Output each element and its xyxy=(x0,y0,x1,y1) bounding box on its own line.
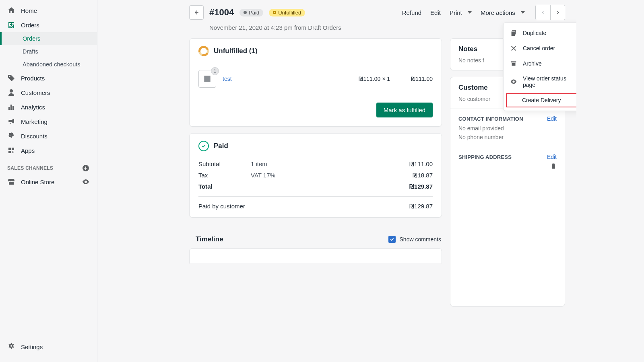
menu-create-delivery[interactable]: Create Delivery xyxy=(506,93,576,107)
menu-duplicate[interactable]: Duplicate xyxy=(504,25,576,41)
caret-down-icon xyxy=(468,11,472,14)
prev-order-button[interactable] xyxy=(536,5,550,20)
fulfillment-card: Unfulfilled (1) 1 test ₪111.00 × 1 ₪111.… xyxy=(189,38,442,127)
caret-down-icon xyxy=(521,11,525,14)
header-actions: Refund Edit Print More actions xyxy=(402,5,565,20)
subnav-orders[interactable]: Orders xyxy=(0,32,97,45)
add-channel-icon[interactable] xyxy=(82,164,90,172)
line-total: ₪111.00 xyxy=(396,76,433,82)
timeline-title: Timeline xyxy=(196,235,223,243)
apps-icon xyxy=(7,146,15,154)
paid-badge: Paid xyxy=(239,9,263,16)
paid-by-row: Paid by customer ₪129.87 xyxy=(190,201,442,217)
more-actions[interactable]: More actions xyxy=(481,9,525,16)
bars-icon xyxy=(7,103,15,111)
refund-action[interactable]: Refund xyxy=(402,9,421,16)
arrow-left-icon xyxy=(193,9,200,16)
back-button[interactable] xyxy=(189,5,204,20)
fulfillment-title: Unfulfilled (1) xyxy=(214,47,258,55)
close-icon xyxy=(510,45,517,52)
edit-action[interactable]: Edit xyxy=(430,9,441,16)
menu-status-page[interactable]: View order status page xyxy=(504,71,576,92)
nav-customers[interactable]: Customers xyxy=(0,85,97,100)
next-order-button[interactable] xyxy=(550,5,565,20)
paid-status-icon xyxy=(198,141,209,151)
line-unit: ₪111.00 × 1 xyxy=(359,76,390,82)
checkbox-icon xyxy=(388,236,396,243)
nav-orders[interactable]: Orders xyxy=(0,18,97,32)
subnav-abandoned[interactable]: Abandoned checkouts xyxy=(0,58,97,71)
discount-icon xyxy=(7,132,15,140)
edit-contact-link[interactable]: Edit xyxy=(547,115,557,122)
shipping-label: SHIPPING ADDRESS xyxy=(458,154,512,160)
person-icon xyxy=(7,88,15,97)
timeline-section: Timeline Show comments xyxy=(189,234,442,263)
unfulfilled-status-icon xyxy=(198,46,209,56)
subtotal-row: Subtotal 1 item ₪111.00 xyxy=(190,158,442,170)
store-icon xyxy=(7,178,15,186)
view-store-icon[interactable] xyxy=(82,178,90,186)
subnav-drafts[interactable]: Drafts xyxy=(0,45,97,58)
unfulfilled-badge: Unfulfilled xyxy=(269,9,305,16)
product-thumbnail[interactable]: 1 xyxy=(198,70,216,88)
menu-cancel-order[interactable]: Cancel order xyxy=(504,41,576,56)
order-pager xyxy=(535,5,565,20)
gear-icon xyxy=(7,343,15,351)
tag-icon xyxy=(7,74,15,82)
nav-label: Orders xyxy=(21,22,39,29)
total-row: Total ₪129.87 xyxy=(190,181,442,192)
clipboard-icon[interactable] xyxy=(458,162,557,171)
nav-home[interactable]: Home xyxy=(0,3,97,18)
edit-shipping-link[interactable]: Edit xyxy=(547,154,557,160)
order-title: #1004 xyxy=(209,7,234,18)
home-icon xyxy=(7,6,15,14)
contact-info-label: CONTACT INFORMATION xyxy=(458,116,523,122)
image-icon xyxy=(203,74,212,83)
order-header: #1004 Paid Unfulfilled Refund Edit Print… xyxy=(189,5,565,20)
print-action[interactable]: Print xyxy=(450,9,472,16)
line-item-row: 1 test ₪111.00 × 1 ₪111.00 xyxy=(190,64,442,96)
show-comments-toggle[interactable]: Show comments xyxy=(388,236,441,243)
tax-row: Tax VAT 17% ₪18.87 xyxy=(190,170,442,181)
megaphone-icon xyxy=(7,117,15,125)
payment-card: Paid Subtotal 1 item ₪111.00 Tax VAT 17%… xyxy=(189,133,442,218)
nav-analytics[interactable]: Analytics xyxy=(0,100,97,114)
duplicate-icon xyxy=(510,29,517,37)
sales-online-store[interactable]: Online Store xyxy=(0,175,97,189)
qty-badge: 1 xyxy=(211,67,219,75)
contact-email: No email provided xyxy=(458,125,557,132)
eye-icon xyxy=(510,78,517,85)
product-link[interactable]: test xyxy=(223,76,232,82)
customer-card: Custome No customer CONTACT INFORMATION … xyxy=(450,77,565,306)
contact-phone: No phone number xyxy=(458,134,557,140)
archive-icon xyxy=(510,60,517,67)
nav-apps[interactable]: Apps xyxy=(0,143,97,158)
orders-icon xyxy=(7,21,15,29)
nav-marketing[interactable]: Marketing xyxy=(0,114,97,129)
menu-archive[interactable]: Archive xyxy=(504,56,576,71)
more-actions-menu: Duplicate Cancel order Archive View orde… xyxy=(503,23,576,111)
sales-channels-header: SALES CHANNELS xyxy=(0,158,97,175)
paid-title: Paid xyxy=(214,142,228,150)
main: #1004 Paid Unfulfilled Refund Edit Print… xyxy=(178,0,576,362)
mark-fulfilled-button[interactable]: Mark as fulfilled xyxy=(376,103,433,117)
nav-settings[interactable]: Settings xyxy=(0,339,97,354)
sidebar: Home Orders Orders Drafts Abandoned chec… xyxy=(0,0,97,362)
nav-label: Home xyxy=(21,7,37,14)
nav-products[interactable]: Products xyxy=(0,71,97,85)
nav-discounts[interactable]: Discounts xyxy=(0,129,97,143)
